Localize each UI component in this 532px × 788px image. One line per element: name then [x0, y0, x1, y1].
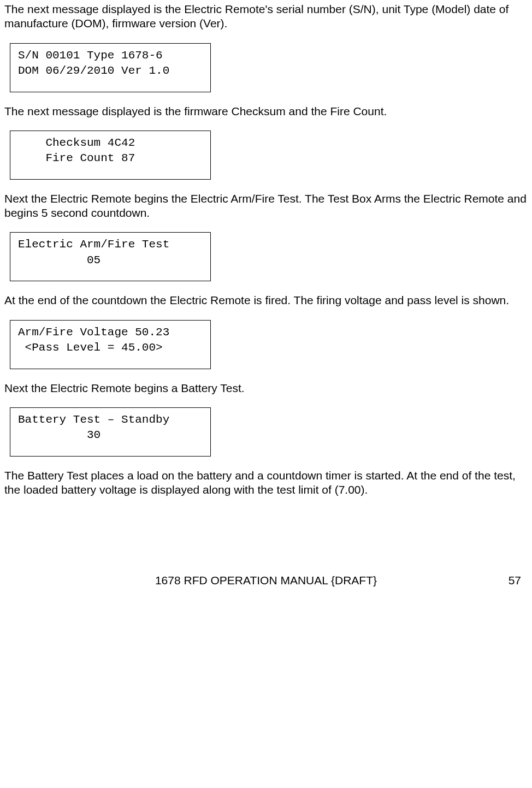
paragraph-armfire: Next the Electric Remote begins the Elec…	[4, 192, 528, 221]
lcd-display-checksum: Checksum 4C42 Fire Count 87	[10, 131, 211, 180]
footer-page-number: 57	[509, 573, 521, 588]
paragraph-battery-test: Next the Electric Remote begins a Batter…	[4, 381, 528, 395]
lcd-display-armfire-test: Electric Arm/Fire Test 05	[10, 232, 211, 281]
paragraph-fire-result: At the end of the countdown the Electric…	[4, 293, 528, 307]
lcd-display-sn: S/N 00101 Type 1678-6 DOM 06/29/2010 Ver…	[10, 43, 211, 92]
paragraph-intro-sn: The next message displayed is the Electr…	[4, 2, 528, 31]
lcd-display-fire-voltage: Arm/Fire Voltage 50.23 <Pass Level = 45.…	[10, 320, 211, 369]
lcd-display-battery-test: Battery Test – Standby 30	[10, 407, 211, 457]
paragraph-battery-result: The Battery Test places a load on the ba…	[4, 469, 528, 497]
footer-title: 1678 RFD OPERATION MANUAL {DRAFT}	[4, 573, 528, 588]
paragraph-checksum: The next message displayed is the firmwa…	[4, 104, 528, 119]
page-footer: 1678 RFD OPERATION MANUAL {DRAFT} 57	[4, 573, 528, 590]
